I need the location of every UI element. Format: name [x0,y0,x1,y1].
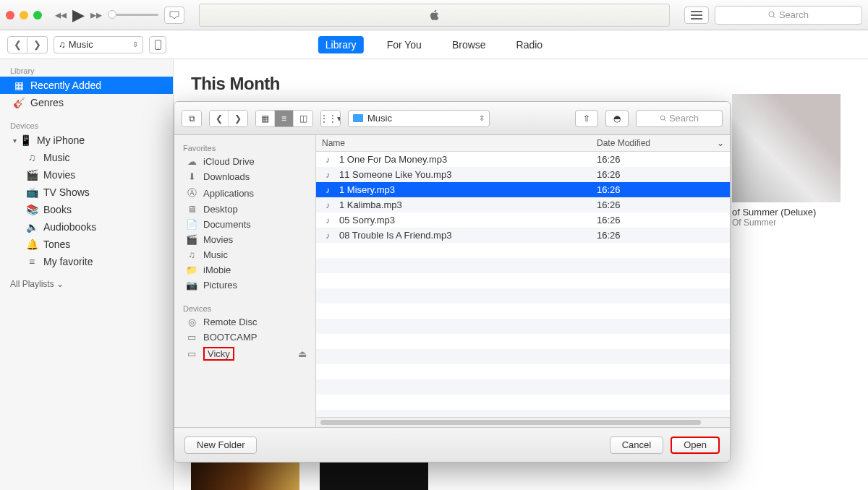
back-button[interactable]: ❮ [7,36,27,53]
volume-slider[interactable] [108,14,158,16]
tab-for-you[interactable]: For You [380,36,429,53]
sidebar-item-tones[interactable]: 🔔Tones [0,236,173,253]
file-name: 1 Misery.mp3 [339,184,591,195]
share-button[interactable]: ⇧ [575,110,598,127]
horizontal-scrollbar[interactable] [316,417,730,427]
dev-remote-disc[interactable]: ◎Remote Disc [174,314,315,330]
fav-documents[interactable]: 📄Documents [174,217,315,232]
eject-icon[interactable]: ⏏ [298,348,307,359]
fav-downloads[interactable]: ⬇Downloads [174,169,315,184]
icon-view-button[interactable]: ▦ [256,111,275,126]
fav-pictures[interactable]: 📷Pictures [174,278,315,293]
empty-row [316,334,730,349]
tab-library[interactable]: Library [318,36,364,53]
sidebar-label: Genres [30,97,64,108]
album-artist: Of Summer [732,218,841,228]
fav-movies[interactable]: 🎬Movies [174,232,315,247]
column-date[interactable]: Date Modified [597,138,650,148]
sidebar-item-genres[interactable]: 🎸 Genres [0,94,173,111]
tab-radio[interactable]: Radio [509,36,550,53]
empty-row [316,379,730,395]
empty-row [316,349,730,364]
sidebar-item-my-iphone[interactable]: ▾ 📱 My iPhone [0,132,173,149]
music-note-icon: ♫ [186,249,197,260]
sidebar-item-audiobooks[interactable]: 🔈Audiobooks [0,218,173,236]
fav-imobie[interactable]: 📁iMobie [174,262,315,278]
sidebar-item-music[interactable]: ♫Music [0,149,173,166]
share-icon: ⇧ [583,113,590,124]
file-row[interactable]: ♪1 One For Da Money.mp316:26 [316,152,730,167]
file-list-header: Name Date Modified⌄ [316,135,730,152]
chevron-down-icon: ⌄ [56,279,64,289]
sidebar-label: Music [43,152,70,163]
file-date: 16:26 [591,215,621,225]
empty-row [316,410,730,417]
prev-track-icon[interactable]: ◂◂ [55,8,67,22]
dialog-sidebar: Favorites ☁iCloud Drive ⬇Downloads ⒶAppl… [174,135,316,427]
file-row[interactable]: ♪11 Someone Like You.mp316:26 [316,167,730,182]
dev-vicky[interactable]: ▭Vicky⏏ [174,345,315,363]
dev-bootcamp[interactable]: ▭BOOTCAMP [174,330,315,345]
zoom-window-icon[interactable] [33,11,42,20]
fav-music[interactable]: ♫Music [174,247,315,262]
book-icon: 📚 [26,204,38,215]
next-track-icon[interactable]: ▸▸ [90,8,102,22]
cancel-button[interactable]: Cancel [610,437,663,454]
sidebar-item-movies[interactable]: 🎬Movies [0,166,173,184]
fav-icloud-drive[interactable]: ☁iCloud Drive [174,154,315,169]
file-list[interactable]: ♪1 One For Da Money.mp316:26♪11 Someone … [316,152,730,417]
empty-row [316,273,730,288]
file-date: 16:26 [591,154,621,165]
all-playlists-toggle[interactable]: All Playlists ⌄ [0,270,173,298]
minimize-window-icon[interactable] [20,11,28,20]
tags-button[interactable]: ◓ [605,110,629,127]
empty-row [316,319,730,334]
album-thumb[interactable] [191,461,299,490]
file-row[interactable]: ♪1 Misery.mp316:26 [316,182,730,197]
forward-button[interactable]: ❯ [27,36,48,53]
path-dropdown[interactable]: Music ⇳ [348,110,490,127]
sidebar-toggle[interactable]: ⧉ [182,110,202,127]
media-picker[interactable]: ♫ Music ⇳ [54,36,143,53]
sidebar-item-recently-added[interactable]: ▦ Recently Added [0,77,173,94]
search-field[interactable]: Search [715,6,862,25]
album-card[interactable]: of Summer (Deluxe) Of Summer [732,94,841,228]
history-back-button[interactable]: ❮ [210,111,229,126]
file-row[interactable]: ♪05 Sorry.mp316:26 [316,212,730,228]
sidebar-item-books[interactable]: 📚Books [0,201,173,218]
applications-icon: Ⓐ [186,186,197,199]
drive-icon: ▭ [186,348,197,359]
sidebar-item-tv-shows[interactable]: 📺TV Shows [0,184,173,201]
sidebar-item-my-favorite[interactable]: ≡My favorite [0,253,173,270]
open-button[interactable]: Open [671,437,720,454]
device-button[interactable] [149,36,166,53]
chevron-down-icon[interactable]: ⌄ [717,138,724,148]
file-date: 16:26 [591,199,621,210]
list-icon [691,11,702,20]
devices-heading: Devices [174,300,315,314]
up-next-button[interactable] [684,7,709,24]
dialog-search-field[interactable]: Search [636,110,723,127]
airplay-button[interactable] [164,7,184,24]
history-forward-button[interactable]: ❯ [229,111,247,126]
play-icon[interactable]: ▶ [72,6,85,25]
sidebar-label: My iPhone [37,134,85,146]
file-row[interactable]: ♪08 Trouble Is A Friend.mp316:26 [316,228,730,243]
new-folder-button[interactable]: New Folder [184,437,257,454]
fav-desktop[interactable]: 🖥Desktop [174,202,315,217]
file-icon: ♪ [320,231,335,241]
file-row[interactable]: ♪1 Kalimba.mp316:26 [316,197,730,212]
phone-icon [155,40,161,50]
media-picker-label: Music [69,39,93,50]
list-view-button[interactable]: ≡ [275,111,294,126]
close-window-icon[interactable] [6,11,14,20]
column-name[interactable]: Name [316,135,591,151]
chevron-down-icon[interactable]: ▾ [13,137,17,145]
download-icon: ⬇ [186,171,197,182]
arrange-button[interactable]: ⋮⋮▾ [320,110,341,127]
navigation-bar: ❮ ❯ ♫ Music ⇳ Library For You Browse Rad… [0,30,868,59]
column-view-button[interactable]: ◫ [294,111,312,126]
album-thumb[interactable] [320,461,428,490]
tab-browse[interactable]: Browse [445,36,493,53]
fav-applications[interactable]: ⒶApplications [174,184,315,202]
